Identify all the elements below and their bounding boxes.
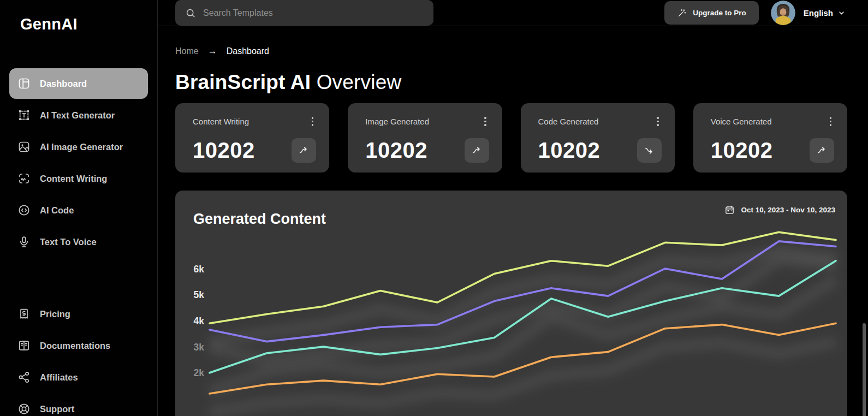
stat-card-value: 10202 (193, 138, 255, 163)
stat-card-value: 10202 (538, 138, 601, 163)
sidebar-item-label: Pricing (40, 309, 70, 319)
sidebar-item-text-to-voice[interactable]: Text To Voice (9, 227, 148, 257)
sidebar-item-pricing[interactable]: Pricing (9, 299, 148, 329)
trend-up-icon (298, 144, 310, 157)
text-to-voice-icon (17, 235, 31, 248)
stat-card-content-writing: Content Writing 10202 (175, 103, 329, 173)
chart-title: Generated Content (193, 211, 326, 228)
sidebar-item-label: Text To Voice (40, 237, 97, 247)
trend-down-icon (643, 144, 656, 157)
page-scrollbar[interactable] (863, 323, 866, 416)
sidebar-item-support[interactable]: Support (9, 394, 148, 416)
stat-card-voice-generated: Voice Generated 10202 (693, 103, 847, 173)
stat-card-label: Voice Generated (711, 115, 772, 126)
sidebar-item-label: AI Text Generator (40, 110, 115, 121)
user-avatar[interactable] (771, 1, 795, 25)
sidebar-item-dashboard[interactable]: Dashboard (9, 68, 148, 99)
sidebar-item-label: AI Code (40, 205, 74, 216)
sidebar-item-label: Dashboard (40, 79, 87, 89)
trend-up-button[interactable] (810, 138, 834, 163)
y-axis-tick: 3k (194, 342, 205, 353)
sidebar-item-affiliates[interactable]: Affiliates (9, 362, 148, 393)
dashboard-icon (17, 77, 31, 90)
main-column: Search Templates Upgrade to Pro (158, 0, 868, 416)
kebab-menu-icon[interactable] (309, 115, 317, 128)
ai-code-icon (17, 204, 31, 217)
stat-card-label: Content Writing (193, 115, 249, 126)
page-title: BrainScript AI Overview (175, 71, 868, 94)
ai-image-icon (17, 140, 31, 153)
sidebar-item-label: Documentations (40, 341, 110, 351)
topbar: Search Templates Upgrade to Pro (158, 0, 868, 26)
breadcrumb-arrow-icon: → (208, 46, 217, 57)
stat-card-value: 10202 (711, 138, 773, 163)
calendar-icon (724, 205, 735, 215)
trend-up-button[interactable] (465, 138, 489, 163)
breadcrumb-current[interactable]: Dashboard (227, 46, 269, 56)
y-axis-tick: 4k (194, 316, 205, 326)
generated-content-card: 6k5k4k3k2k Generated Content Oct 10, 202… (175, 191, 847, 416)
affiliates-icon (17, 371, 31, 384)
trend-up-button[interactable] (292, 138, 316, 163)
documentations-icon (17, 339, 31, 352)
sidebar-item-content-writing[interactable]: Content Writing (9, 163, 148, 194)
search-icon (185, 8, 196, 19)
search-placeholder: Search Templates (203, 8, 273, 18)
sidebar-item-ai-code[interactable]: AI Code (9, 195, 148, 225)
pricing-icon (17, 307, 31, 320)
trend-up-icon (816, 144, 828, 157)
search-input[interactable]: Search Templates (175, 0, 433, 26)
page-title-strong: BrainScript AI (175, 71, 311, 93)
content-writing-icon (17, 172, 31, 185)
stat-card-image-generated: Image Generated 10202 (348, 103, 502, 173)
breadcrumb-home[interactable]: Home (175, 46, 199, 56)
avatar-image (771, 1, 795, 25)
date-range-label: Oct 10, 2023 - Nov 10, 2023 (741, 206, 835, 214)
y-axis-tick: 5k (194, 289, 205, 300)
y-axis-tick: 2k (194, 367, 205, 378)
app-logo: GennAI (20, 15, 148, 33)
sidebar-item-documentations[interactable]: Documentations (9, 330, 148, 361)
sidebar-nav-main: Dashboard AI Text Generator AI Image Gen… (9, 68, 148, 257)
stat-cards-row: Content Writing 10202 Image Generated 10… (175, 103, 847, 173)
kebab-menu-icon[interactable] (827, 115, 835, 128)
sidebar-item-label: Support (40, 404, 74, 414)
stat-card-label: Code Generated (538, 115, 599, 126)
language-selector[interactable]: English (804, 8, 846, 17)
trend-down-button[interactable] (637, 138, 662, 163)
stat-card-code-generated: Code Generated 10202 (521, 103, 675, 173)
ai-text-icon (17, 109, 31, 122)
content: Home → Dashboard BrainScript AI Overview… (158, 26, 868, 416)
support-icon (17, 402, 31, 415)
magic-wand-icon (677, 8, 687, 18)
sidebar-item-label: Content Writing (40, 174, 107, 184)
page-title-rest: Overview (311, 71, 401, 93)
y-axis-tick: 6k (194, 264, 205, 275)
breadcrumb: Home → Dashboard (175, 46, 868, 57)
sidebar-nav-secondary: Pricing Documentations Affiliates Suppor… (9, 299, 148, 416)
kebab-menu-icon[interactable] (654, 115, 662, 128)
chevron-down-icon (837, 8, 846, 17)
stat-card-label: Image Generated (365, 115, 429, 126)
kebab-menu-icon[interactable] (481, 115, 489, 128)
date-range-picker[interactable]: Oct 10, 2023 - Nov 10, 2023 (724, 205, 835, 215)
upgrade-to-pro-button[interactable]: Upgrade to Pro (664, 1, 759, 25)
sidebar-item-label: AI Image Generator (40, 142, 123, 152)
trend-up-icon (471, 144, 483, 157)
upgrade-label: Upgrade to Pro (693, 9, 746, 17)
sidebar-item-label: Affiliates (40, 372, 78, 383)
language-label: English (804, 8, 833, 17)
stat-card-value: 10202 (365, 138, 427, 163)
sidebar-item-ai-text-generator[interactable]: AI Text Generator (9, 100, 148, 130)
sidebar: GennAI Dashboard AI Text Generator AI Im… (0, 0, 158, 416)
sidebar-item-ai-image-generator[interactable]: AI Image Generator (9, 132, 148, 162)
